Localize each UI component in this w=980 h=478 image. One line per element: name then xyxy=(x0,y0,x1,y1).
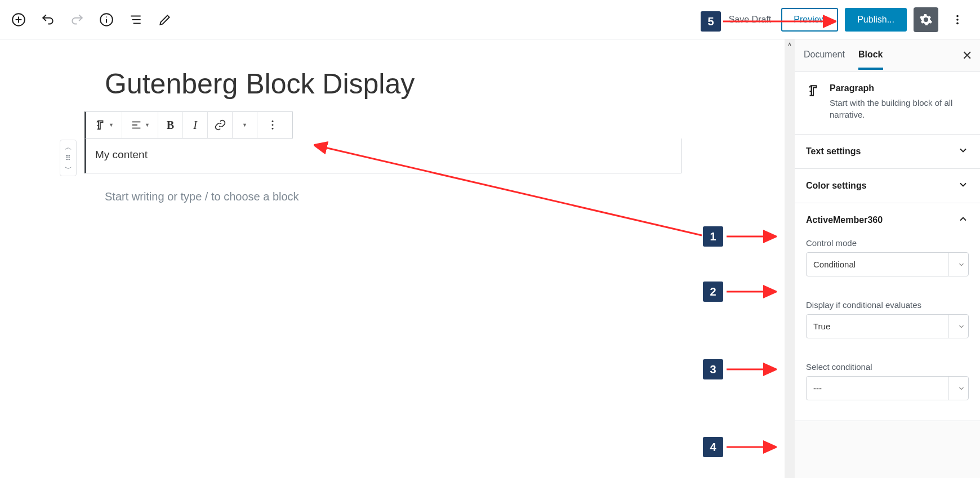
panel-activemember360-header[interactable]: ActiveMember360 xyxy=(806,213,969,227)
editor-canvas: Gutenberg Block Display ︿ ⠿ ﹀ ▼ ▼ B I xyxy=(0,39,794,478)
annotation-marker-2: 2 xyxy=(703,282,723,302)
post-title[interactable]: Gutenberg Block Display xyxy=(105,68,794,100)
top-toolbar: Save Draft Preview Publish... xyxy=(0,0,980,39)
chevron-down-icon xyxy=(948,377,968,400)
chevron-down-icon xyxy=(948,315,968,338)
bold-button[interactable]: B xyxy=(158,112,183,138)
panel-activemember360-title: ActiveMember360 xyxy=(806,215,883,225)
block-more-options[interactable] xyxy=(257,112,288,138)
select-conditional-label: Select conditional xyxy=(806,362,969,372)
block-wrapper: ︿ ⠿ ﹀ ▼ ▼ B I ▼ xyxy=(84,111,681,173)
settings-button[interactable] xyxy=(914,7,938,32)
svg-point-15 xyxy=(272,120,274,122)
block-toolbar: ▼ ▼ B I ▼ xyxy=(84,111,293,139)
annotation-marker-4: 4 xyxy=(703,437,723,457)
scrollbar[interactable]: ∧ xyxy=(785,39,795,478)
control-mode-label: Control mode xyxy=(806,238,969,248)
block-mover[interactable]: ︿ ⠿ ﹀ xyxy=(60,140,77,176)
paragraph-block[interactable]: My content xyxy=(84,139,681,173)
chevron-up-icon xyxy=(957,213,969,227)
chevron-down-icon xyxy=(957,145,969,158)
info-icon[interactable] xyxy=(98,11,115,28)
editor-layout: Gutenberg Block Display ︿ ⠿ ﹀ ▼ ▼ B I xyxy=(0,39,980,478)
block-card-title: Paragraph xyxy=(830,83,969,93)
panel-color-settings-title: Color settings xyxy=(806,181,867,191)
text-align-button[interactable]: ▼ xyxy=(122,112,158,138)
italic-button[interactable]: I xyxy=(183,112,208,138)
add-block-icon[interactable] xyxy=(10,11,27,28)
display-if-label: Display if conditional evaluates xyxy=(806,300,969,310)
tab-document[interactable]: Document xyxy=(804,50,845,62)
preview-button[interactable]: Preview xyxy=(781,8,838,32)
block-card: Paragraph Start with the building block … xyxy=(795,72,980,135)
drag-handle-icon[interactable]: ⠿ xyxy=(65,154,71,162)
panel-activemember360: ActiveMember360 Control mode Conditional… xyxy=(795,203,980,421)
more-rich-text-button[interactable]: ▼ xyxy=(233,112,257,138)
edit-icon[interactable] xyxy=(157,11,173,28)
annotation-marker-1: 1 xyxy=(703,226,723,247)
save-draft-button[interactable]: Save Draft xyxy=(725,10,775,29)
block-card-description: Start with the building block of all nar… xyxy=(830,97,969,120)
svg-point-11 xyxy=(956,22,959,24)
panel-color-settings[interactable]: Color settings xyxy=(795,169,980,203)
close-sidebar-button[interactable]: ✕ xyxy=(962,48,972,63)
publish-button[interactable]: Publish... xyxy=(845,8,907,32)
block-appender[interactable]: Start writing or type / to choose a bloc… xyxy=(105,190,794,203)
paragraph-icon xyxy=(806,83,821,98)
tab-block[interactable]: Block xyxy=(858,50,883,70)
outline-icon[interactable] xyxy=(127,11,144,28)
redo-icon[interactable] xyxy=(69,11,86,28)
control-mode-value: Conditional xyxy=(813,260,856,269)
svg-point-16 xyxy=(272,124,274,126)
more-options-button[interactable] xyxy=(945,7,970,32)
chevron-down-icon xyxy=(948,253,968,276)
select-conditional-value: --- xyxy=(813,383,822,393)
move-up-icon[interactable]: ︿ xyxy=(65,144,72,151)
move-down-icon[interactable]: ﹀ xyxy=(65,165,72,172)
panel-text-settings-title: Text settings xyxy=(806,146,861,157)
chevron-down-icon xyxy=(957,179,969,193)
display-if-value: True xyxy=(813,321,830,331)
toolbar-right-group: Save Draft Preview Publish... xyxy=(725,7,970,32)
settings-sidebar: ∧ Document Block ✕ Paragraph Start with … xyxy=(794,39,980,478)
panel-text-settings[interactable]: Text settings xyxy=(795,135,980,169)
undo-icon[interactable] xyxy=(39,11,56,28)
select-conditional-select[interactable]: --- xyxy=(806,376,969,400)
scroll-up-icon[interactable]: ∧ xyxy=(785,41,795,48)
svg-point-10 xyxy=(956,19,959,21)
toolbar-left-group xyxy=(10,11,173,28)
svg-point-5 xyxy=(106,16,107,17)
control-mode-select[interactable]: Conditional xyxy=(806,252,969,276)
display-if-select[interactable]: True xyxy=(806,314,969,338)
block-type-
switch[interactable]: ▼ xyxy=(86,112,122,138)
svg-point-9 xyxy=(956,15,959,17)
link-button[interactable] xyxy=(208,112,233,138)
svg-point-17 xyxy=(272,128,274,129)
sidebar-tabs: Document Block ✕ xyxy=(795,39,980,72)
annotation-marker-5: 5 xyxy=(701,11,721,32)
annotation-marker-3: 3 xyxy=(703,359,723,379)
